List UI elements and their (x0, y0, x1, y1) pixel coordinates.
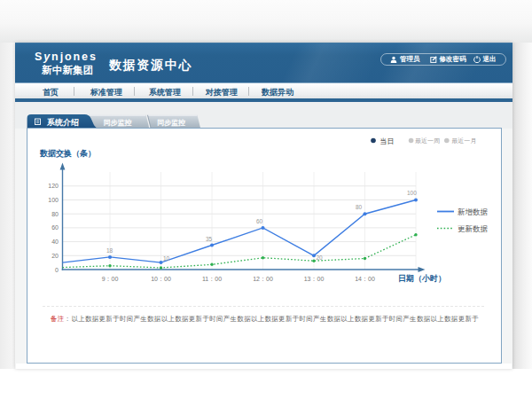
svg-text:0: 0 (55, 267, 59, 273)
svg-text:备注：以上数据更新于时间产生数据以上数据更新于时间产生数据以: 备注：以上数据更新于时间产生数据以上数据更新于时间产生数据以上数据更新于时间产生… (51, 315, 479, 323)
svg-text:新增数据: 新增数据 (458, 207, 489, 216)
svg-text:100: 100 (407, 190, 417, 196)
svg-text:20: 20 (51, 253, 59, 259)
svg-text:10：00: 10：00 (151, 276, 171, 282)
svg-text:35: 35 (206, 236, 213, 242)
svg-text:13：00: 13：00 (304, 276, 325, 282)
svg-text:80: 80 (356, 204, 363, 210)
svg-text:最近一周: 最近一周 (415, 137, 440, 144)
svg-text:系统介绍: 系统介绍 (46, 118, 79, 127)
svg-text:14：00: 14：00 (355, 276, 375, 282)
svg-text:同步监控: 同步监控 (104, 119, 132, 127)
svg-text:数据交换（条）: 数据交换（条） (39, 149, 96, 158)
svg-text:60: 60 (256, 218, 263, 224)
svg-text:日期（小时）: 日期（小时） (398, 274, 446, 283)
svg-text:最近一月: 最近一月 (451, 137, 476, 145)
svg-text:11：00: 11：00 (202, 276, 222, 282)
svg-text:100: 100 (48, 197, 59, 203)
svg-text:10: 10 (163, 255, 170, 262)
svg-text:120: 120 (48, 183, 59, 189)
svg-text:9：00: 9：00 (102, 276, 119, 282)
svg-text:更新数据: 更新数据 (458, 224, 489, 233)
svg-text:20: 20 (317, 254, 324, 261)
svg-text:同步监控: 同步监控 (157, 119, 185, 127)
svg-text:80: 80 (51, 211, 59, 217)
svg-text:18: 18 (106, 247, 113, 254)
svg-text:60: 60 (51, 224, 59, 231)
svg-text:当日: 当日 (380, 137, 395, 145)
svg-text:12：00: 12：00 (253, 276, 273, 282)
svg-text:40: 40 (51, 239, 59, 245)
